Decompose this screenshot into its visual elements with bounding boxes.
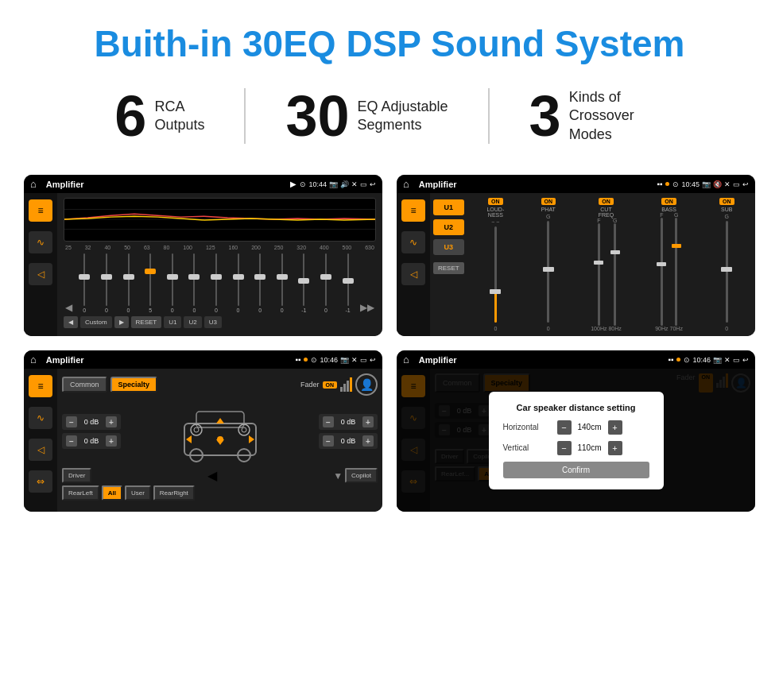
db-plus-4[interactable]: + [362,435,374,447]
eq-play-prev[interactable]: ◀ [64,316,78,328]
db-minus-1[interactable]: − [66,416,77,427]
btn-driver[interactable]: Driver [62,468,91,483]
eq-slider-2[interactable]: 0 [97,253,117,313]
sub-label: SUB [721,207,732,212]
sidebar-btn-speaker[interactable]: ◁ [29,263,52,285]
phat-on[interactable]: ON [541,198,556,205]
db-minus-2[interactable]: − [66,435,77,447]
cv-controls-area: − 0 dB + − 0 dB + [62,400,378,463]
db-minus-3[interactable]: − [323,416,334,427]
btn-all[interactable]: All [102,485,122,501]
loudness-on[interactable]: ON [488,198,503,205]
home-icon-3[interactable]: ⌂ [30,354,37,365]
eq-slider-10[interactable]: 0 [272,253,292,313]
stat-eq: 30 EQ AdjustableSegments [246,87,487,145]
sidebar-btn-wave[interactable]: ∿ [29,231,52,253]
sidebar-btn3-speaker[interactable]: ◁ [29,439,52,461]
home-icon-1[interactable]: ⌂ [30,178,37,190]
db-val-3: 0 dB [337,418,359,426]
sidebar-btn3-eq[interactable]: ≡ [29,375,52,397]
eq-slider-1[interactable]: 0 [75,253,95,313]
eq-slider-4[interactable]: 5 [141,253,161,313]
btn-rearright[interactable]: RearRight [153,485,195,501]
tab-common[interactable]: Common [62,377,107,393]
bass-label: BASS [661,207,676,212]
preset-u1[interactable]: U1 [433,199,464,215]
eq-slider-6[interactable]: 0 [184,253,204,313]
dialog-title: Car speaker distance setting [503,403,649,412]
sidebar-btn3-arrows[interactable]: ⇔ [29,470,52,493]
btn-copilot[interactable]: Copilot [345,468,378,483]
back-icon-3[interactable]: ↩ [370,356,376,364]
eq-u3-btn[interactable]: U3 [204,316,222,328]
user-icon[interactable]: 👤 [355,373,378,396]
eq-slider-3[interactable]: 0 [118,253,138,313]
volume-icon-1: 🔊 [340,180,349,188]
loudness-label: LOUD-NESS [486,207,504,218]
channel-loudness: ON LOUD-NESS ~ ~ 0 [471,198,521,331]
preset-u3[interactable]: U3 [433,239,464,255]
dialog-h-val: 140cm [575,423,605,431]
db-plus-3[interactable]: + [362,416,374,427]
dialog-horizontal-ctrl: − 140cm + [557,420,622,435]
back-icon-2[interactable]: ↩ [742,180,749,188]
db-plus-2[interactable]: + [106,435,117,447]
eq-arrows-right[interactable]: ▶▶ [360,302,374,313]
preset-u2[interactable]: U2 [433,219,464,235]
dialog-v-plus[interactable]: + [608,441,622,455]
x-icon-2: ✕ [724,180,731,188]
eq-reset-btn[interactable]: RESET [131,316,162,328]
eq-slider-7[interactable]: 0 [207,253,227,313]
eq-play-next[interactable]: ▶ [114,316,129,328]
eq-slider-11[interactable]: -1 [294,253,314,313]
x-icon-4: ✕ [724,356,731,364]
eq-slider-8[interactable]: 0 [228,253,248,313]
x-icon-3: ✕ [351,356,358,364]
sub-on[interactable]: ON [719,198,734,205]
back-icon-4[interactable]: ↩ [742,356,749,364]
dialog-h-plus[interactable]: + [608,420,622,435]
dialog-v-minus[interactable]: − [557,441,572,455]
sidebar-btn2-speaker[interactable]: ◁ [401,263,425,285]
status-bar-3: ⌂ Amplifier ▪▪ ⊙ 10:46 📷 ✕ ▭ ↩ [24,350,382,369]
dot-orange-2 [665,182,669,186]
bass-on[interactable]: ON [661,198,676,205]
eq-slider-9[interactable]: 0 [250,253,270,313]
cutfreq-label: CUTFREQ [599,207,614,218]
db-plus-1[interactable]: + [106,416,117,427]
eq-slider-12[interactable]: 0 [316,253,336,313]
stat-rca: 6 RCAOutputs [75,87,244,145]
db-minus-4[interactable]: − [323,435,334,447]
stats-row: 6 RCAOutputs 30 EQ AdjustableSegments 3 … [0,79,779,167]
eq-custom-btn[interactable]: Custom [80,316,112,328]
eq-slider-13[interactable]: -1 [338,253,358,313]
dialog-vertical-ctrl: − 110cm + [557,441,622,455]
eq-slider-5[interactable]: 0 [162,253,182,313]
dialog-h-minus[interactable]: − [557,420,572,435]
sidebar-btn3-wave[interactable]: ∿ [29,407,52,429]
sidebar-btn-eq-active[interactable]: ≡ [29,199,52,222]
fader-on[interactable]: ON [323,381,338,389]
btn-rearleft[interactable]: RearLeft [62,485,99,501]
eq-main: 2532 4050 6380 100125 160200 250320 4005… [57,193,382,336]
sidebar-btn2-eq[interactable]: ≡ [401,199,425,222]
btn-user[interactable]: User [125,485,151,501]
dialog-confirm-btn[interactable]: Confirm [503,462,649,478]
cv-arrow-left[interactable]: ◀ [94,468,331,483]
home-icon-2[interactable]: ⌂ [403,178,409,190]
sidebar-btn2-wave[interactable]: ∿ [401,231,425,253]
home-icon-4[interactable]: ⌂ [403,354,409,365]
eq-u1-btn[interactable]: U1 [164,316,181,328]
screenshots-grid: ⌂ Amplifier ▶ ⊙ 10:44 📷 🔊 ✕ ▭ ↩ ≡ ∿ ◁ [0,167,779,536]
dialog-horizontal-row: Horizontal − 140cm + [503,420,649,435]
status-icons-1: ⊙ 10:44 📷 🔊 ✕ ▭ ↩ [300,180,376,188]
cv-arrow-down[interactable]: ▼ [333,468,343,483]
cutfreq-on[interactable]: ON [599,198,614,205]
dsp-reset-btn[interactable]: RESET [433,262,464,274]
tab-specialty[interactable]: Specialty [110,377,158,393]
eq-u2-btn[interactable]: U2 [184,316,201,328]
screen1-content: ≡ ∿ ◁ 2 [24,193,382,336]
eq-arrows-left[interactable]: ◀ [65,302,72,313]
back-icon-1[interactable]: ↩ [370,180,376,188]
battery-icon-2: ▭ [733,180,740,188]
